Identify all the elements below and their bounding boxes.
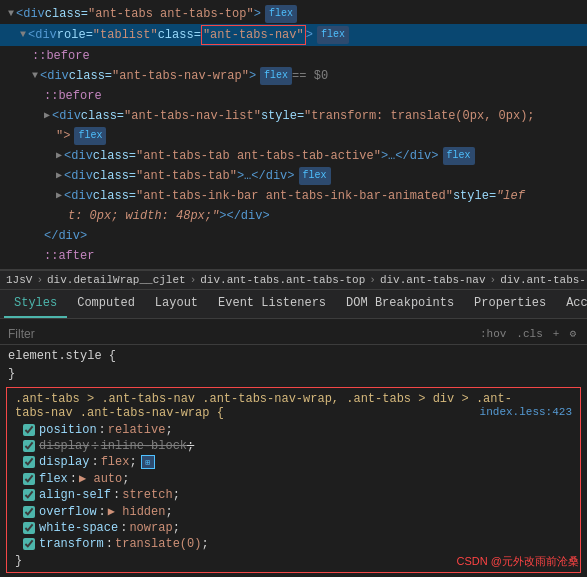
styles-panel: :hov .cls + ⚙ element.style { } .ant-tab… — [0, 319, 587, 577]
dom-line[interactable]: "> flex — [0, 126, 587, 146]
css-property-display-inline: display : inline-block ; — [7, 438, 580, 454]
tab-event-listeners[interactable]: Event Listeners — [208, 290, 336, 318]
flex-badge: flex — [74, 127, 106, 145]
filter-bar: :hov .cls + ⚙ — [0, 323, 587, 345]
settings-button[interactable]: ⚙ — [566, 326, 579, 341]
tab-computed[interactable]: Computed — [67, 290, 145, 318]
breadcrumb-sep: › — [190, 274, 197, 286]
css-property-flex: flex : ▶ auto ; — [7, 470, 580, 487]
css-property-white-space: white-space : nowrap ; — [7, 520, 580, 536]
dom-line[interactable]: ▼ <div class="ant-tabs-nav-wrap" > flex … — [0, 66, 587, 86]
breadcrumb-item[interactable]: 1JsV — [6, 274, 32, 286]
css-property-overflow: overflow : ▶ hidden ; — [7, 503, 580, 520]
dom-line[interactable]: ::before — [0, 86, 587, 106]
css-prop-checkbox[interactable] — [23, 538, 35, 550]
css-property-transform: transform : translate(0) ; — [7, 536, 580, 552]
css-rule-highlighted: .ant-tabs > .ant-tabs-nav .ant-tabs-nav-… — [6, 387, 581, 573]
arrow-icon: ▶ — [56, 167, 62, 185]
css-file-ref[interactable]: index.less:423 — [472, 406, 572, 418]
css-selector-text: .ant-tabs > .ant-tabs-nav .ant-tabs-nav-… — [15, 392, 512, 406]
dom-line[interactable]: ::after — [0, 246, 587, 266]
breadcrumb-item[interactable]: div.detailWrap__cjlet — [47, 274, 186, 286]
tab-layout[interactable]: Layout — [145, 290, 208, 318]
arrow-icon: ▼ — [20, 26, 26, 44]
arrow-icon: ▶ — [44, 107, 50, 125]
css-property-align-self: align-self : stretch ; — [7, 487, 580, 503]
arrow-icon: ▶ — [56, 187, 62, 205]
arrow-icon: ▶ — [56, 147, 62, 165]
css-property-position: position : relative ; — [7, 422, 580, 438]
dom-panel: ▼ <div class="ant-tabs ant-tabs-top" > f… — [0, 0, 587, 270]
tabs-bar: Styles Computed Layout Event Listeners D… — [0, 290, 587, 319]
breadcrumb-sep: › — [369, 274, 376, 286]
watermark: CSDN @元外改雨前沧桑 — [457, 554, 579, 569]
dom-line[interactable]: ▼ <div class="ant-tabs ant-tabs-top" > f… — [0, 4, 587, 24]
filter-controls: :hov .cls + ⚙ — [477, 326, 579, 341]
flex-badge: flex — [260, 67, 292, 85]
dom-line[interactable]: ▶ <div class="ant-tabs-ink-bar ant-tabs-… — [0, 186, 587, 206]
css-selector-text-cont: tabs-nav .ant-tabs-nav-wrap { — [15, 406, 224, 420]
breadcrumb-sep: › — [490, 274, 497, 286]
arrow-icon: ▼ — [32, 67, 38, 85]
breadcrumb-item[interactable]: div.ant-tabs-nav-wrap — [500, 274, 587, 286]
css-selector: element.style { — [8, 349, 116, 363]
css-prop-checkbox[interactable] — [23, 473, 35, 485]
breadcrumb-item[interactable]: div.ant-tabs-nav — [380, 274, 486, 286]
flex-icon: ⊞ — [141, 455, 155, 469]
hov-button[interactable]: :hov — [477, 327, 509, 341]
css-prop-checkbox[interactable] — [23, 522, 35, 534]
css-prop-checkbox[interactable] — [23, 489, 35, 501]
breadcrumb-item[interactable]: div.ant-tabs.ant-tabs-top — [200, 274, 365, 286]
dom-line[interactable]: ▶ <div class="ant-tabs-tab ant-tabs-tab-… — [0, 146, 587, 166]
flex-badge: flex — [265, 5, 297, 23]
dom-line[interactable]: t: 0px; width: 48px;"></div> — [0, 206, 587, 226]
css-prop-checkbox[interactable] — [23, 424, 35, 436]
css-prop-checkbox[interactable] — [23, 440, 35, 452]
filter-input[interactable] — [8, 327, 473, 341]
dom-line[interactable]: ▶ <div class="ant-tabs-nav-list" style="… — [0, 106, 587, 126]
dom-line-selected[interactable]: ▼ <div role="tablist" class="ant-tabs-na… — [0, 24, 587, 46]
css-close-brace: } — [0, 365, 587, 383]
dom-line[interactable]: ▶ <div class="ant-tabs-tab" >…</div> fle… — [0, 166, 587, 186]
element-style-rule: element.style { } — [0, 345, 587, 385]
add-style-button[interactable]: + — [550, 327, 563, 341]
flex-badge: flex — [299, 167, 331, 185]
tab-styles[interactable]: Styles — [4, 290, 67, 318]
arrow-icon: ▼ — [8, 5, 14, 23]
css-property-display-flex: display : flex ; ⊞ — [7, 454, 580, 470]
cls-button[interactable]: .cls — [513, 327, 545, 341]
tab-properties[interactable]: Properties — [464, 290, 556, 318]
breadcrumb-sep: › — [36, 274, 43, 286]
tab-accessibility[interactable]: Accessibility — [556, 290, 587, 318]
css-prop-checkbox[interactable] — [23, 456, 35, 468]
css-selector-line: .ant-tabs > .ant-tabs-nav .ant-tabs-nav-… — [7, 390, 580, 422]
css-prop-checkbox[interactable] — [23, 506, 35, 518]
flex-badge: flex — [317, 26, 349, 44]
flex-badge: flex — [443, 147, 475, 165]
breadcrumb: 1JsV › div.detailWrap__cjlet › div.ant-t… — [0, 270, 587, 290]
css-selector-line: element.style { — [0, 347, 587, 365]
dom-line[interactable]: ::before — [0, 46, 587, 66]
dom-line[interactable]: </div> — [0, 226, 587, 246]
tab-dom-breakpoints[interactable]: DOM Breakpoints — [336, 290, 464, 318]
